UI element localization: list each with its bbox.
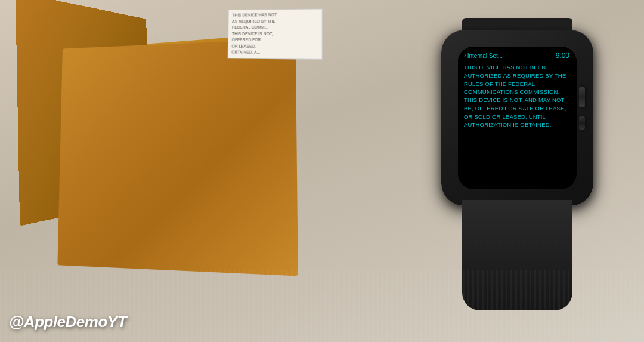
watch-screen: ‹ Internal Set... 9:00 THIS DEVICE HAS N… bbox=[458, 47, 577, 189]
sticker-text: THIS DEVICE HAS NOT AS REQUIRED BY THE F… bbox=[231, 12, 318, 57]
box-body bbox=[57, 38, 298, 276]
time-display: 9:00 bbox=[556, 51, 569, 60]
watch-crown bbox=[579, 87, 585, 107]
watch-body: ‹ Internal Set... 9:00 THIS DEVICE HAS N… bbox=[441, 30, 593, 206]
status-bar: ‹ Internal Set... 9:00 bbox=[458, 47, 577, 62]
box-sticker: THIS DEVICE HAS NOT AS REQUIRED BY THE F… bbox=[228, 8, 323, 59]
screen-main-content: THIS DEVICE HAS NOT BEEN AUTHORIZED AS R… bbox=[458, 62, 577, 189]
fcc-notice-text: THIS DEVICE HAS NOT BEEN AUTHORIZED AS R… bbox=[464, 63, 571, 129]
apple-watch: ‹ Internal Set... 9:00 THIS DEVICE HAS N… bbox=[429, 18, 608, 310]
watermark: @AppleDemoYT bbox=[9, 313, 126, 331]
watch-band-bottom bbox=[462, 200, 572, 310]
back-button[interactable]: ‹ Internal Set... bbox=[464, 52, 503, 59]
watch-side-button bbox=[579, 116, 585, 130]
back-chevron-icon: ‹ bbox=[464, 52, 466, 59]
cardboard-box: THIS DEVICE HAS NOT AS REQUIRED BY THE F… bbox=[18, 6, 328, 292]
scene: THIS DEVICE HAS NOT AS REQUIRED BY THE F… bbox=[0, 0, 644, 342]
watch-screen-content: ‹ Internal Set... 9:00 THIS DEVICE HAS N… bbox=[458, 47, 577, 189]
back-label: Internal Set... bbox=[467, 53, 503, 59]
